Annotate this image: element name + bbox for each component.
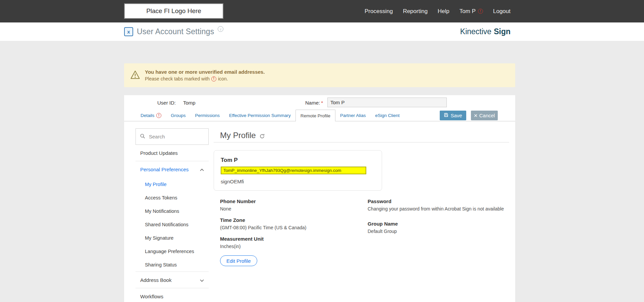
cancel-button-label: Cancel [479, 113, 495, 118]
tab-remote-profile[interactable]: Remote Profile [296, 110, 335, 121]
field-timezone: Time Zone (GMT-08:00) Pacific Time (US &… [220, 217, 368, 230]
page-header: x User Account Settings i Kinective Sign [0, 22, 644, 41]
name-label: Name:* [305, 100, 323, 106]
field-group-name: Group Name Default Group [368, 221, 509, 234]
profile-org: signOEMfi [221, 179, 375, 184]
search-input[interactable] [148, 133, 204, 140]
tab-effective-permission-summary[interactable]: Effective Permission Summary [224, 110, 296, 121]
nav-user[interactable]: Tom P ! [460, 8, 483, 15]
save-icon [444, 113, 448, 118]
user-settings-icon: x [124, 27, 133, 36]
field-password: Password Changing your password from wit… [368, 198, 509, 212]
profile-name: Tom P [221, 157, 375, 164]
sidebar-item-product-updates[interactable]: Product Updates [136, 145, 209, 161]
brand-name: Kinective [460, 27, 491, 36]
warning-circle-icon: ! [211, 76, 216, 81]
page-title: User Account Settings [137, 27, 214, 36]
sidebar-item-address-book[interactable]: Address Book [136, 272, 209, 288]
name-label-text: Name: [305, 100, 320, 106]
timezone-label: Time Zone [220, 217, 368, 223]
group-value: Default Group [368, 229, 509, 234]
user-id-value: Tomp [183, 100, 196, 106]
sidebar-subitem-access-tokens[interactable]: Access Tokens [136, 191, 209, 204]
chevron-down-icon [200, 277, 204, 283]
nav-reporting[interactable]: Reporting [403, 8, 428, 15]
unit-label: Measurement Unit [220, 236, 368, 242]
info-icon[interactable]: i [218, 26, 223, 32]
search-icon [140, 133, 145, 140]
sidebar-item-label: Address Book [140, 277, 171, 283]
tab-details-label: Details [141, 113, 154, 118]
banner-text: You have one or more unverified email ad… [145, 69, 265, 81]
timezone-value: (GMT-08:00) Pacific Time (US & Canada) [220, 225, 368, 230]
tab-bar: Details ! Groups Permissions Effective P… [124, 110, 515, 121]
sidebar-subitem-language-preferences[interactable]: Language Preferences [136, 245, 209, 258]
password-value: Changing your password from within Acrob… [368, 206, 509, 212]
field-phone: Phone Number None [220, 198, 368, 212]
banner-subtitle-prefix: Please check tabs marked with [145, 76, 210, 81]
page-header-left: x User Account Settings i [124, 22, 223, 41]
brand-suffix: Sign [494, 27, 511, 36]
password-label: Password [368, 198, 509, 204]
brand-logo: Kinective Sign [460, 22, 511, 41]
tab-partner-alias[interactable]: Partner Alias [335, 110, 371, 121]
profile-content: My Profile Tom P TomP_immonline_YfhJah79… [214, 128, 509, 266]
sidebar-subitem-my-profile[interactable]: My Profile [136, 178, 209, 191]
top-nav-links: Processing Reporting Help Tom P ! Logout [365, 0, 511, 22]
profile-card: Tom P TomP_immonline_YfhJah793Qg@remotes… [214, 150, 382, 191]
tab-esign-client[interactable]: eSign Client [370, 110, 404, 121]
group-label: Group Name [368, 221, 509, 227]
user-account-panel: User ID: Tomp Name:* Details ! Groups Pe… [124, 95, 515, 302]
unit-value: Inches(in) [220, 244, 368, 249]
fi-logo-placeholder: Place FI Logo Here [124, 3, 223, 19]
warning-banner: You have one or more unverified email ad… [124, 63, 515, 87]
profile-sidebar: Product Updates Personal Preferences My … [136, 128, 209, 302]
cancel-button[interactable]: × Cancel [471, 111, 498, 120]
sidebar-subitem-sharing-status[interactable]: Sharing Status [136, 258, 209, 271]
save-button-label: Save [450, 113, 462, 118]
fields-left-column: Phone Number None Time Zone (GMT-08:00) … [220, 198, 368, 255]
profile-email-highlighted: TomP_immonline_YfhJah793Qg@remotesign.im… [221, 167, 366, 174]
personal-preferences-submenu: My Profile Access Tokens My Notification… [136, 178, 209, 272]
sidebar-item-workflows[interactable]: Workflows [136, 288, 209, 302]
tab-details[interactable]: Details ! [136, 110, 166, 121]
sidebar-subitem-my-notifications[interactable]: My Notifications [136, 204, 209, 218]
banner-title: You have one or more unverified email ad… [145, 69, 265, 75]
required-asterisk: * [321, 100, 323, 106]
banner-subtitle-suffix: icon. [218, 76, 228, 81]
sidebar-item-personal-preferences[interactable]: Personal Preferences [136, 161, 209, 178]
phone-value: None [220, 206, 368, 212]
refresh-icon[interactable] [259, 133, 265, 139]
tab-groups[interactable]: Groups [166, 110, 190, 121]
nav-help[interactable]: Help [438, 8, 449, 15]
details-warning-icon: ! [156, 113, 161, 118]
nav-user-label: Tom P [460, 8, 476, 15]
user-id-label: User ID: [157, 100, 176, 106]
fields-right-column: Password Changing your password from wit… [368, 198, 509, 255]
user-warning-icon: ! [478, 9, 483, 14]
chevron-up-icon [200, 167, 204, 172]
banner-subtitle: Please check tabs marked with ! icon. [145, 76, 265, 81]
save-button[interactable]: Save [440, 111, 466, 120]
profile-heading: My Profile [220, 131, 256, 140]
warning-triangle-icon [130, 70, 140, 81]
cancel-x-icon: × [474, 112, 478, 119]
profile-content-header: My Profile [214, 128, 509, 142]
name-input[interactable] [327, 98, 447, 107]
phone-label: Phone Number [220, 198, 368, 204]
edit-profile-button[interactable]: Edit Profile [220, 255, 257, 266]
sidebar-subitem-my-signature[interactable]: My Signature [136, 231, 209, 245]
page: Place FI Logo Here Processing Reporting … [0, 0, 644, 302]
tab-permissions[interactable]: Permissions [191, 110, 225, 121]
sidebar-subitem-shared-notifications[interactable]: Shared Notifications [136, 218, 209, 231]
sidebar-item-label: Personal Preferences [140, 167, 189, 172]
profile-fields: Phone Number None Time Zone (GMT-08:00) … [214, 198, 509, 255]
nav-logout[interactable]: Logout [493, 8, 511, 15]
nav-processing[interactable]: Processing [365, 8, 393, 15]
top-navbar: Place FI Logo Here Processing Reporting … [0, 0, 644, 22]
sidebar-search-box [136, 128, 209, 145]
field-measurement-unit: Measurement Unit Inches(in) [220, 236, 368, 249]
panel-top-row: User ID: Tomp Name:* [124, 95, 515, 110]
